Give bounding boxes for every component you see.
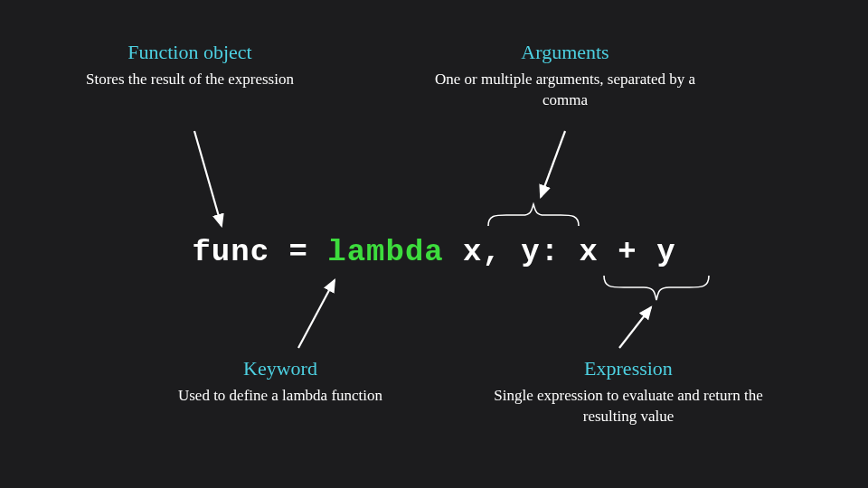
brace-bottom-icon [604, 276, 709, 300]
annotation-desc: Used to define a lambda function [176, 386, 384, 407]
code-colon: : [541, 235, 580, 269]
code-eq: = [269, 235, 327, 269]
annotation-function-object: Function object Stores the result of the… [72, 41, 307, 90]
arrow-function-object-icon [194, 131, 222, 226]
code-space [444, 235, 463, 269]
annotation-title: Function object [72, 41, 307, 64]
code-line: func = lambda x, y: x + y [0, 235, 868, 269]
brace-top-icon [488, 204, 579, 226]
annotation-title: Expression [479, 357, 778, 380]
annotation-arguments: Arguments One or multiple arguments, sep… [416, 41, 714, 111]
annotation-keyword: Keyword Used to define a lambda function [176, 357, 384, 407]
code-args: x, y [463, 235, 541, 269]
code-expr: x + y [580, 235, 676, 269]
annotation-desc: Single expression to evaluate and return… [479, 386, 778, 427]
annotation-expression: Expression Single expression to evaluate… [479, 357, 778, 427]
annotation-desc: Stores the result of the expression [72, 70, 307, 90]
annotation-title: Arguments [416, 41, 714, 64]
annotation-title: Keyword [176, 357, 384, 380]
arrow-keyword-icon [298, 280, 335, 348]
arrow-arguments-icon [541, 131, 565, 197]
code-lambda-keyword: lambda [327, 235, 443, 269]
arrow-expression-icon [619, 307, 651, 348]
annotation-desc: One or multiple arguments, separated by … [416, 70, 714, 111]
code-func: func [192, 235, 269, 269]
